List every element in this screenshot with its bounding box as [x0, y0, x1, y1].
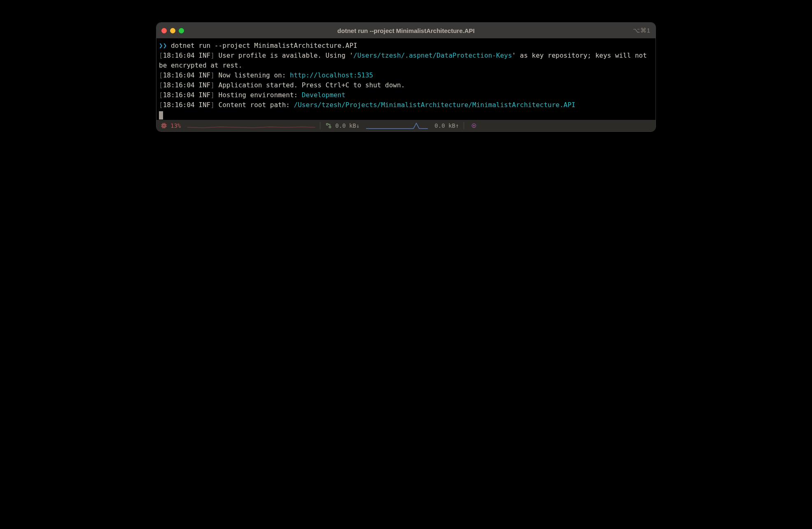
log-time: 18:16:04	[163, 91, 195, 99]
log-segment: /Users/tzesh/Projects/MinimalistArchitec…	[294, 101, 576, 109]
log-level: INF	[198, 81, 210, 89]
log-bracket: ]	[210, 91, 218, 99]
log-time: 18:16:04	[163, 71, 195, 79]
log-line: [18:16:04 INF] Content root path: /Users…	[159, 100, 653, 110]
network-up: 0.0 kB↑	[434, 122, 459, 129]
log-segment: Application started. Press Ctrl+C to shu…	[219, 81, 405, 89]
zoom-button[interactable]	[179, 28, 184, 33]
svg-rect-11	[329, 126, 331, 128]
log-bracket: [	[159, 51, 163, 59]
log-bracket: [	[159, 71, 163, 79]
statusbar-divider-2	[464, 122, 464, 129]
window-shortcut-hint: ⌥⌘1	[633, 27, 651, 34]
cpu-icon	[161, 122, 167, 129]
log-line: [18:16:04 INF] Now listening on: http://…	[159, 70, 653, 80]
log-line: [18:16:04 INF] User profile is available…	[159, 51, 653, 70]
log-segment: Now listening on:	[219, 71, 290, 79]
svg-rect-10	[327, 124, 328, 125]
log-bracket: ]	[210, 71, 218, 79]
statusbar-network: 0.0 kB↓ 0.0 kB↑	[325, 122, 459, 130]
terminal-window: dotnet run --project MinimalistArchitect…	[156, 22, 656, 132]
prompt-command: dotnet run --project MinimalistArchitect…	[171, 42, 357, 49]
log-segment: Hosting environment:	[219, 91, 302, 99]
log-level: INF	[198, 51, 210, 59]
log-segment: Development	[302, 91, 345, 99]
prompt-chevrons: ❯❯	[159, 42, 167, 49]
log-segment: /Users/tzesh/.aspnet/DataProtection-Keys	[353, 51, 512, 59]
statusbar: 13% 0.0 kB↓ 0.0 kB↑	[156, 120, 656, 131]
svg-point-13	[474, 125, 474, 126]
log-time: 18:16:04	[163, 51, 195, 59]
cursor-line	[159, 110, 653, 120]
log-bracket: [	[159, 81, 163, 89]
svg-rect-1	[163, 125, 165, 126]
log-segment: Content root path:	[219, 101, 294, 109]
window-title: dotnet run --project MinimalistArchitect…	[156, 27, 656, 34]
minimize-button[interactable]	[170, 28, 175, 33]
network-down: 0.0 kB↓	[335, 122, 359, 129]
log-line: [18:16:04 INF] Hosting environment: Deve…	[159, 90, 653, 100]
close-button[interactable]	[161, 28, 167, 33]
terminal-output[interactable]: ❯❯ dotnet run --project MinimalistArchit…	[156, 38, 656, 120]
traffic-lights	[161, 28, 184, 33]
titlebar[interactable]: dotnet run --project MinimalistArchitect…	[156, 23, 656, 38]
log-bracket: ]	[210, 81, 218, 89]
log-line: [18:16:04 INF] Application started. Pres…	[159, 80, 653, 90]
cpu-usage: 13%	[170, 122, 181, 129]
log-segment: http://localhost:5135	[290, 71, 373, 79]
statusbar-cpu: 13%	[161, 122, 315, 129]
terminal-cursor	[159, 111, 163, 119]
statusbar-divider	[320, 122, 320, 129]
log-bracket: [	[159, 91, 163, 99]
log-time: 18:16:04	[163, 81, 195, 89]
svg-rect-0	[162, 124, 166, 127]
target-icon	[471, 122, 477, 129]
prompt-line: ❯❯ dotnet run --project MinimalistArchit…	[159, 41, 653, 51]
log-bracket: ]	[210, 51, 218, 59]
log-level: INF	[198, 91, 210, 99]
log-level: INF	[198, 101, 210, 109]
log-bracket: ]	[210, 101, 218, 109]
log-segment: User profile is available. Using '	[219, 51, 354, 59]
log-bracket: [	[159, 101, 163, 109]
cpu-sparkline	[187, 122, 315, 129]
network-sparkline	[366, 122, 428, 130]
log-time: 18:16:04	[163, 101, 195, 109]
log-level: INF	[198, 71, 210, 79]
network-icon	[325, 122, 332, 129]
